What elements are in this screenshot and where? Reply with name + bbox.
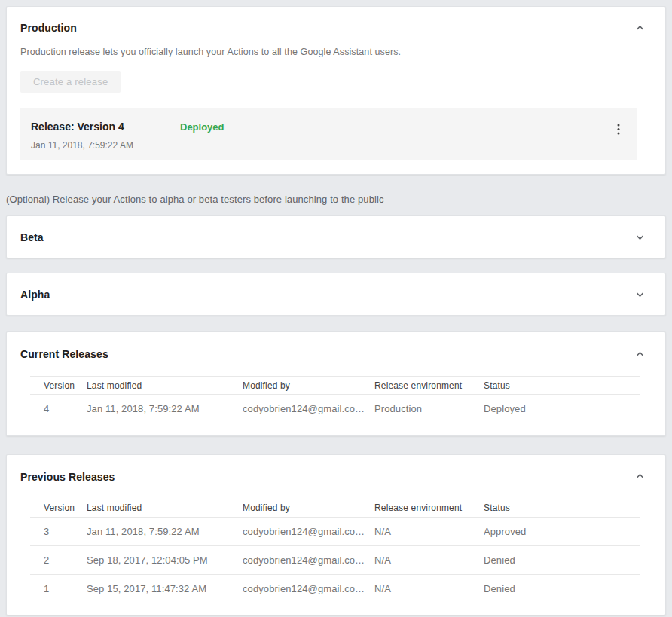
table-row: 3 Jan 11, 2018, 7:59:22 AM codyobrien124… xyxy=(30,517,640,545)
table-header-row: Version Last modified Modified by Releas… xyxy=(30,499,640,517)
alpha-panel: Alpha xyxy=(6,273,666,316)
alpha-panel-title: Alpha xyxy=(20,289,50,301)
previous-releases-panel: Previous Releases Version Last modified … xyxy=(6,454,666,616)
cell-version: 2 xyxy=(30,545,87,574)
current-releases-panel: Current Releases Version Last modified M… xyxy=(6,331,666,436)
cell-status: Denied xyxy=(484,574,640,603)
current-releases-table: Version Last modified Modified by Releas… xyxy=(30,376,640,423)
chevron-up-icon[interactable] xyxy=(633,470,646,484)
cell-version: 3 xyxy=(30,517,87,545)
column-header-release-environment: Release environment xyxy=(374,377,484,395)
table-header-row: Version Last modified Modified by Releas… xyxy=(30,377,640,395)
cell-last-modified: Jan 11, 2018, 7:59:22 AM xyxy=(87,395,243,423)
release-name: Release: Version 4 xyxy=(31,121,180,133)
column-header-last-modified: Last modified xyxy=(87,377,243,395)
column-header-version: Version xyxy=(30,377,87,395)
chevron-up-icon[interactable] xyxy=(633,21,646,35)
current-releases-title: Current Releases xyxy=(20,348,108,360)
cell-last-modified: Sep 15, 2017, 11:47:32 AM xyxy=(87,574,243,603)
column-header-version: Version xyxy=(30,499,87,517)
column-header-modified-by: Modified by xyxy=(243,499,374,517)
table-row: 2 Sep 18, 2017, 12:04:05 PM codyobrien12… xyxy=(30,545,640,574)
production-description: Production release lets you officially l… xyxy=(20,47,646,57)
cell-status: Deployed xyxy=(484,395,640,423)
cell-modified-by: codyobrien124@gmail.co… xyxy=(243,574,374,603)
release-date: Jan 11, 2018, 7:59:22 AM xyxy=(31,140,180,151)
column-header-status: Status xyxy=(484,499,640,517)
release-card: Release: Version 4 Jan 11, 2018, 7:59:22… xyxy=(20,108,637,160)
release-info: Release: Version 4 Jan 11, 2018, 7:59:22… xyxy=(31,121,180,151)
release-status-badge: Deployed xyxy=(180,121,225,133)
cell-modified-by: codyobrien124@gmail.co… xyxy=(243,395,374,423)
cell-version: 4 xyxy=(30,395,87,423)
more-options-icon[interactable] xyxy=(611,121,626,136)
previous-releases-title: Previous Releases xyxy=(20,471,115,483)
cell-release-environment: N/A xyxy=(374,574,484,603)
column-header-last-modified: Last modified xyxy=(87,499,243,517)
cell-release-environment: N/A xyxy=(374,545,484,574)
optional-note: (Optional) Release your Actions to alpha… xyxy=(6,194,666,205)
production-panel-title: Production xyxy=(20,22,77,34)
table-row: 4 Jan 11, 2018, 7:59:22 AM codyobrien124… xyxy=(30,395,640,423)
previous-releases-table: Version Last modified Modified by Releas… xyxy=(30,499,640,603)
cell-modified-by: codyobrien124@gmail.co… xyxy=(243,545,374,574)
chevron-down-icon[interactable] xyxy=(633,231,646,244)
current-releases-header[interactable]: Current Releases xyxy=(7,347,665,361)
cell-version: 1 xyxy=(30,574,87,603)
production-panel: Production Production release lets you o… xyxy=(6,6,666,175)
beta-panel-title: Beta xyxy=(20,231,44,243)
column-header-modified-by: Modified by xyxy=(243,377,374,395)
table-row: 1 Sep 15, 2017, 11:47:32 AM codyobrien12… xyxy=(30,574,640,603)
cell-last-modified: Jan 11, 2018, 7:59:22 AM xyxy=(87,517,243,545)
chevron-down-icon[interactable] xyxy=(633,288,646,301)
production-panel-header[interactable]: Production xyxy=(20,21,646,35)
release-page: Production Production release lets you o… xyxy=(0,0,672,617)
cell-modified-by: codyobrien124@gmail.co… xyxy=(243,517,374,545)
cell-status: Approved xyxy=(484,517,640,545)
chevron-up-icon[interactable] xyxy=(633,347,646,361)
column-header-release-environment: Release environment xyxy=(374,499,484,517)
beta-panel-header[interactable]: Beta xyxy=(20,216,646,258)
previous-releases-header[interactable]: Previous Releases xyxy=(7,470,665,484)
create-release-button[interactable]: Create a release xyxy=(20,71,121,93)
cell-release-environment: N/A xyxy=(374,517,484,545)
column-header-status: Status xyxy=(484,377,640,395)
beta-panel: Beta xyxy=(6,215,666,258)
alpha-panel-header[interactable]: Alpha xyxy=(20,273,646,315)
cell-status: Denied xyxy=(484,545,640,574)
cell-last-modified: Sep 18, 2017, 12:04:05 PM xyxy=(87,545,243,574)
cell-release-environment: Production xyxy=(374,395,484,423)
